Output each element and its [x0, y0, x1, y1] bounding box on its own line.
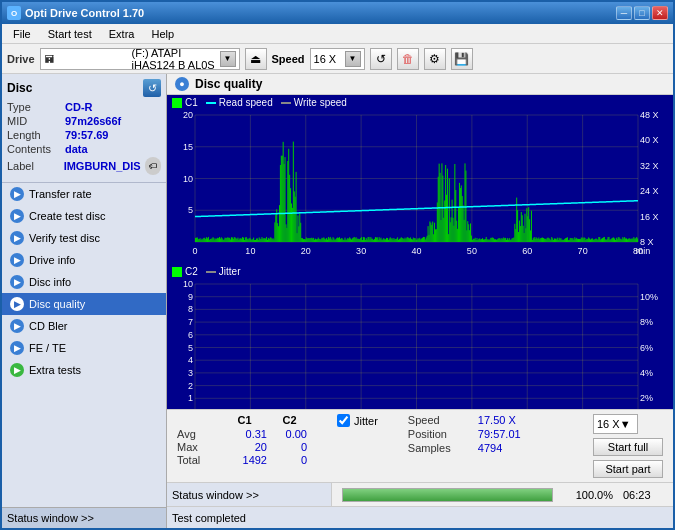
bottom-bar: Status window >> 100.0% 06:23 [167, 482, 673, 506]
nav-list: ▶ Transfer rate ▶ Create test disc ▶ Ver… [2, 183, 166, 381]
jitter-section: Jitter [337, 414, 378, 427]
chart1-legend: C1 Read speed Write speed [167, 95, 673, 110]
disc-refresh-button[interactable]: ↺ [143, 79, 161, 97]
legend-jitter: Jitter [206, 266, 241, 277]
nav-transfer-rate[interactable]: ▶ Transfer rate [2, 183, 166, 205]
test-completed-text: Test completed [172, 512, 246, 524]
legend-c1-color [172, 98, 182, 108]
speed-value: 16 X [314, 53, 345, 65]
nav-drive-info[interactable]: ▶ Drive info [2, 249, 166, 271]
max-c2: 0 [272, 441, 307, 453]
speed-select[interactable]: 16 X ▼ [310, 48, 365, 70]
legend-write-speed-color [281, 102, 291, 104]
legend-c2-label: C2 [185, 266, 198, 277]
length-value: 79:57.69 [65, 129, 108, 141]
nav-verify-test-disc[interactable]: ▶ Verify test disc [2, 227, 166, 249]
chart1-canvas [167, 110, 673, 262]
chart1-area [167, 110, 673, 264]
nav-icon-verify-test-disc: ▶ [10, 231, 24, 245]
samples-key: Samples [408, 442, 473, 454]
status-window-text: Status window >> [172, 489, 259, 501]
close-button[interactable]: ✕ [652, 6, 668, 20]
max-c1: 20 [222, 441, 267, 453]
drive-label: Drive [7, 53, 35, 65]
nav-label-extra-tests: Extra tests [29, 364, 81, 376]
save-button[interactable]: 💾 [451, 48, 473, 70]
stat-row-max: Max 20 0 [177, 441, 307, 453]
mid-value: 97m26s66f [65, 115, 121, 127]
stat-col-empty [177, 414, 217, 426]
nav-cd-bler[interactable]: ▶ CD Bler [2, 315, 166, 337]
maximize-button[interactable]: □ [634, 6, 650, 20]
label-value: IMGBURN_DIS [64, 160, 141, 172]
menu-extra[interactable]: Extra [103, 27, 141, 41]
speed-val: 17.50 X [478, 414, 516, 426]
legend-read-speed-label: Read speed [219, 97, 273, 108]
menu-start-test[interactable]: Start test [42, 27, 98, 41]
title-bar: O Opti Drive Control 1.70 ─ □ ✕ [2, 2, 673, 24]
label-icon-button[interactable]: 🏷 [145, 157, 161, 175]
action-speed-dropdown[interactable]: 16 X ▼ [593, 414, 638, 434]
jitter-label: Jitter [354, 415, 378, 427]
action-speed-value: 16 X [597, 418, 620, 430]
length-key: Length [7, 129, 65, 141]
chart2-legend: C2 Jitter [167, 264, 673, 279]
sidebar: Disc ↺ Type CD-R MID 97m26s66f Length 79… [2, 74, 167, 528]
elapsed-time: 06:23 [623, 489, 663, 501]
position-val: 79:57.01 [478, 428, 521, 440]
charts-area: C1 Read speed Write speed [167, 95, 673, 409]
minimize-button[interactable]: ─ [616, 6, 632, 20]
nav-icon-disc-info: ▶ [10, 275, 24, 289]
menu-file[interactable]: File [7, 27, 37, 41]
nav-label-fe-te: FE / TE [29, 342, 66, 354]
erase-button[interactable]: 🗑 [397, 48, 419, 70]
total-label: Total [177, 454, 217, 466]
drive-select[interactable]: 🖬 (F:) ATAPI iHAS124 B AL0S ▼ [40, 48, 240, 70]
position-key: Position [408, 428, 473, 440]
chart2-area [167, 279, 673, 409]
avg-label: Avg [177, 428, 217, 440]
nav-disc-quality[interactable]: ▶ Disc quality [2, 293, 166, 315]
status-window-section[interactable]: Status window >> [167, 483, 332, 506]
nav-icon-drive-info: ▶ [10, 253, 24, 267]
speed-dropdown-arrow[interactable]: ▼ [345, 51, 361, 67]
contents-value: data [65, 143, 88, 155]
refresh-button[interactable]: ↺ [370, 48, 392, 70]
stat-col-c2: C2 [272, 414, 307, 426]
nav-icon-fe-te: ▶ [10, 341, 24, 355]
avg-c2: 0.00 [272, 428, 307, 440]
disc-quality-title: Disc quality [195, 77, 262, 91]
eject-button[interactable]: ⏏ [245, 48, 267, 70]
legend-read-speed-color [206, 102, 216, 104]
nav-disc-info[interactable]: ▶ Disc info [2, 271, 166, 293]
total-c1: 1492 [222, 454, 267, 466]
drive-bar: Drive 🖬 (F:) ATAPI iHAS124 B AL0S ▼ ⏏ Sp… [2, 44, 673, 74]
status-window-label: Status window >> [7, 512, 94, 524]
chart2-canvas [167, 279, 673, 409]
config-button[interactable]: ⚙ [424, 48, 446, 70]
stat-row-avg: Avg 0.31 0.00 [177, 428, 307, 440]
jitter-checkbox[interactable] [337, 414, 350, 427]
legend-c1-label: C1 [185, 97, 198, 108]
max-label: Max [177, 441, 217, 453]
avg-c1: 0.31 [222, 428, 267, 440]
speed-info: Speed 17.50 X Position 79:57.01 Samples … [408, 414, 521, 456]
drive-icon: 🖬 [44, 53, 129, 65]
type-value: CD-R [65, 101, 93, 113]
stat-row-total: Total 1492 0 [177, 454, 307, 466]
disc-quality-icon: ● [175, 77, 189, 91]
start-part-button[interactable]: Start part [593, 460, 663, 478]
nav-create-test-disc[interactable]: ▶ Create test disc [2, 205, 166, 227]
nav-extra-tests[interactable]: ▶ Extra tests [2, 359, 166, 381]
nav-icon-cd-bler: ▶ [10, 319, 24, 333]
status-window-button[interactable]: Status window >> [2, 507, 166, 528]
start-full-button[interactable]: Start full [593, 438, 663, 456]
app-title: Opti Drive Control 1.70 [25, 7, 144, 19]
drive-dropdown-arrow[interactable]: ▼ [220, 51, 236, 67]
nav-label-verify-test-disc: Verify test disc [29, 232, 100, 244]
nav-fe-te[interactable]: ▶ FE / TE [2, 337, 166, 359]
mid-key: MID [7, 115, 65, 127]
disc-section: Disc ↺ Type CD-R MID 97m26s66f Length 79… [2, 74, 166, 183]
progress-bar [342, 488, 553, 502]
menu-help[interactable]: Help [145, 27, 180, 41]
